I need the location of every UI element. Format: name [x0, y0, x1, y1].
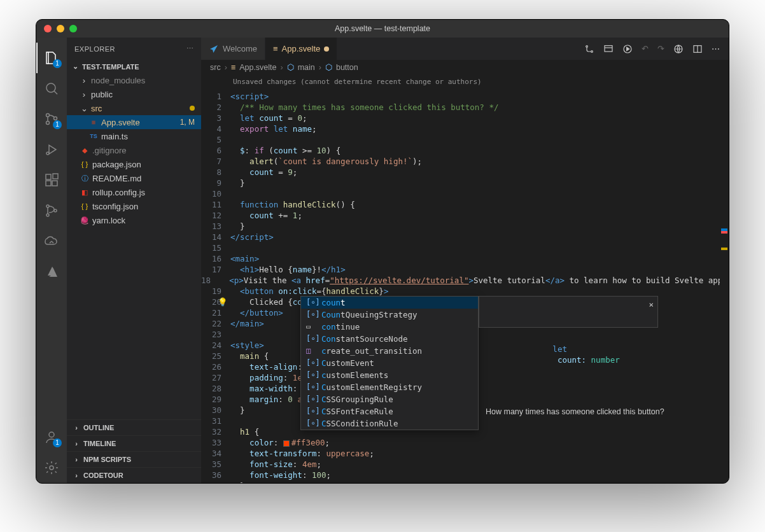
zoom-window-button[interactable] [69, 25, 77, 32]
suggest-item[interactable]: [∘]CSSConditionRule [301, 417, 478, 430]
file-rollup.config.js[interactable]: ◧rollup.config.js [67, 185, 201, 199]
suggest-item[interactable]: [∘]ConstantSourceNode [301, 333, 478, 345]
code-line[interactable]: 1<script> [201, 91, 729, 102]
suggest-kind-icon: [∘] [306, 370, 316, 381]
code-line[interactable]: 8 count = 9; [201, 167, 729, 178]
lightbulb-icon[interactable]: 💡 [218, 297, 228, 307]
code-line[interactable]: 17 <h1>Hello {name}!</h1> [201, 264, 729, 275]
suggest-kind-icon: [∘] [306, 418, 316, 429]
prev-icon[interactable]: ↶ [642, 44, 649, 53]
code-line[interactable]: 36 font-weight: 100; [201, 470, 729, 480]
code-line[interactable]: 14</script> [201, 232, 729, 242]
suggest-label: count [321, 297, 346, 308]
suggest-item[interactable]: [∘]CustomElementRegistry [301, 381, 478, 393]
code-line[interactable]: 34 text-transform: uppercase; [201, 448, 729, 459]
folder-src[interactable]: ⌄src [67, 101, 201, 115]
close-icon[interactable]: × [649, 299, 654, 310]
code-line[interactable]: 12 count += 1; [201, 210, 729, 221]
code-line[interactable]: 35 font-size: 4em; [201, 459, 729, 470]
code-line[interactable]: 15 [201, 242, 729, 253]
file-README.md[interactable]: ⓘREADME.md [67, 171, 201, 185]
line-number: 30 [201, 405, 230, 416]
breadcrumb-item[interactable]: main [298, 63, 315, 72]
tab-welcome[interactable]: Welcome [201, 38, 265, 60]
tab-app-svelte[interactable]: ≡ App.svelte [265, 38, 337, 60]
suggest-item[interactable]: [∘]CustomEvent [301, 357, 478, 369]
run-icon[interactable] [622, 44, 633, 54]
overview-ruler[interactable] [720, 88, 729, 483]
explorer-icon[interactable]: 1 [36, 43, 67, 73]
code-line[interactable]: 7 alert(`count is dangerously high!`); [201, 156, 729, 167]
file-.gitignore[interactable]: ◆.gitignore [67, 143, 201, 157]
sidebar-header: EXPLORER ⋯ [67, 38, 201, 60]
line-number: 24 [201, 340, 230, 351]
suggest-kind-icon: [∘] [306, 406, 316, 417]
suggest-item[interactable]: [∘]customElements [301, 369, 478, 381]
settings-gear-icon[interactable] [36, 452, 67, 483]
suggest-label: CSSGroupingRule [321, 394, 393, 405]
svg-point-14 [586, 45, 588, 47]
folder-public[interactable]: ›public [67, 87, 201, 101]
line-number: 21 [201, 307, 230, 318]
close-window-button[interactable] [44, 25, 52, 32]
chevron-down-icon: ⌄ [80, 104, 88, 113]
titlebar[interactable]: App.svelte — test-template [36, 20, 729, 38]
code-line[interactable]: 11 function handleClick() { [201, 199, 729, 210]
azure-icon[interactable] [36, 256, 67, 287]
next-icon[interactable]: ↷ [657, 44, 664, 53]
section-timeline[interactable]: ›TIMELINE [67, 435, 201, 451]
breadcrumb-item[interactable]: App.svelte [239, 63, 276, 72]
code-line[interactable]: 3 let count = 0; [201, 113, 729, 123]
git-graph-icon[interactable] [36, 195, 67, 226]
source-control-icon[interactable]: 1 [36, 104, 67, 134]
code-line[interactable]: 13 } [201, 221, 729, 232]
file-yarn.lock[interactable]: 🧶yarn.lock [67, 213, 201, 227]
file-package.json[interactable]: { }package.json [67, 157, 201, 171]
sphere-icon[interactable] [673, 44, 684, 54]
suggest-item[interactable]: [∘]CSSGroupingRule [301, 393, 478, 405]
search-icon[interactable] [36, 73, 67, 104]
suggest-item[interactable]: [∘]count [301, 297, 478, 309]
code-line[interactable]: 16<main> [201, 253, 729, 264]
code-line[interactable]: 4 export let name; [201, 123, 729, 134]
suggest-item[interactable]: ◫create_out_transition [301, 345, 478, 357]
code-line[interactable]: 2 /** How many times has someone clicked… [201, 102, 729, 113]
code-line[interactable]: 6 $: if (count >= 10) { [201, 145, 729, 156]
suggest-item[interactable]: [∘]CountQueuingStrategy [301, 309, 478, 321]
breadcrumb-item[interactable]: button [336, 63, 358, 72]
tab-label: Welcome [223, 44, 257, 53]
more-icon[interactable]: ⋯ [712, 44, 720, 53]
sidebar-more-icon[interactable]: ⋯ [186, 45, 194, 53]
folder-node_modules[interactable]: ›node_modules [67, 73, 201, 87]
file-main.ts[interactable]: TSmain.ts [67, 129, 201, 143]
svg-point-0 [46, 83, 55, 92]
compare-icon[interactable] [584, 44, 594, 54]
section-codetour[interactable]: ›CODETOUR [67, 467, 201, 483]
split-icon[interactable] [692, 44, 703, 54]
scm-banner: Unsaved changes (cannot determine recent… [201, 75, 729, 88]
editor[interactable]: 1<script>2 /** How many times has someon… [201, 88, 729, 483]
code-line[interactable]: 9 } [201, 178, 729, 188]
accounts-icon[interactable]: 1 [36, 422, 67, 452]
remote-icon[interactable] [36, 226, 67, 256]
code-line[interactable]: 37 } [201, 480, 729, 483]
code-line[interactable]: 5 [201, 134, 729, 145]
breadcrumb-item[interactable]: src [210, 63, 221, 72]
suggest-widget[interactable]: [∘]count[∘]CountQueuingStrategy▭continue… [300, 296, 479, 430]
minimize-window-button[interactable] [57, 25, 64, 32]
extensions-icon[interactable] [36, 165, 67, 195]
file-tsconfig.json[interactable]: { }tsconfig.json [67, 199, 201, 213]
breadcrumb[interactable]: src › ≡ App.svelte › ⬡ main › ⬡ button [201, 60, 729, 75]
run-debug-icon[interactable] [36, 134, 67, 165]
suggest-item[interactable]: [∘]CSSFontFaceRule [301, 405, 478, 417]
folder-label: public [91, 90, 113, 99]
section-outline[interactable]: ›OUTLINE [67, 419, 201, 435]
code-line[interactable]: 10 [201, 188, 729, 199]
project-section[interactable]: ⌄ TEST-TEMPLATE [67, 60, 201, 73]
code-line[interactable]: 19 <button on:click={handleClick}> [201, 286, 729, 297]
suggest-item[interactable]: ▭continue [301, 321, 478, 333]
section-npm scripts[interactable]: ›NPM SCRIPTS [67, 451, 201, 467]
code-line[interactable]: 18 <p>Visit the <a href="https://svelte.… [201, 275, 729, 286]
file-App.svelte[interactable]: ≡App.svelte1, M [67, 115, 201, 129]
open-preview-icon[interactable] [603, 44, 614, 54]
